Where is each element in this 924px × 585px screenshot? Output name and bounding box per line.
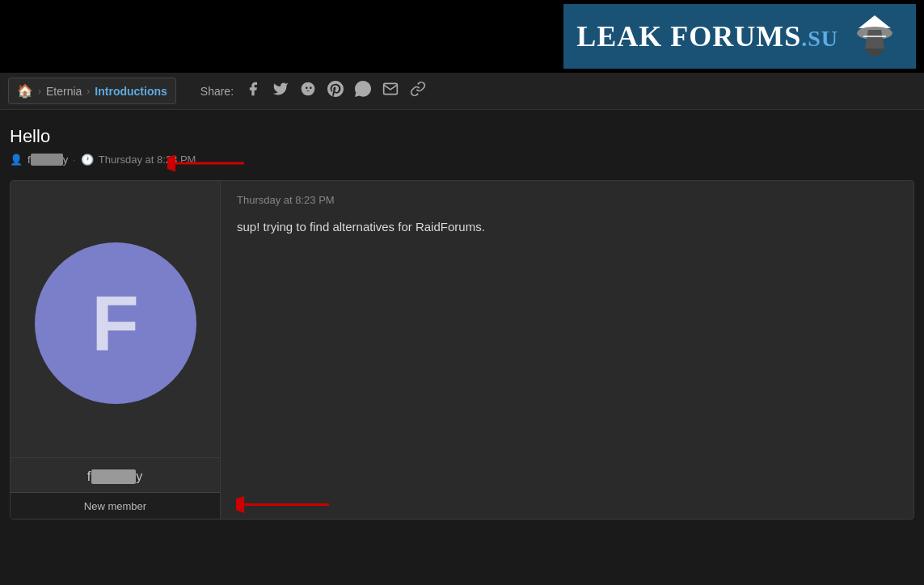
user-meta-icon: 👤: [10, 154, 23, 166]
share-section: Share:: [200, 81, 426, 101]
breadcrumb: 🏠 › Eternia › Introductions: [8, 78, 176, 104]
svg-marker-0: [859, 15, 891, 28]
separator-1: ›: [38, 86, 41, 97]
main-content: Hello 👤 f y · 🕐 Thursday at 8:23 PM: [0, 110, 924, 529]
post-author[interactable]: f y: [27, 154, 68, 166]
clock-icon: 🕐: [81, 154, 94, 166]
reddit-share-icon[interactable]: [300, 81, 316, 101]
author-blurred: [31, 154, 63, 166]
site-icon: [846, 8, 903, 65]
username-blurred: [91, 469, 136, 484]
post-meta: 👤 f y · 🕐 Thursday at 8:23 PM: [10, 154, 914, 166]
share-label: Share:: [200, 85, 234, 98]
breadcrumb-current: Introductions: [95, 85, 167, 98]
link-share-icon[interactable]: [410, 81, 426, 101]
post-timestamp-meta: Thursday at 8:23 PM: [99, 154, 196, 166]
user-avatar[interactable]: F: [35, 242, 196, 404]
post-text: sup! trying to find alternatives for Rai…: [237, 217, 897, 237]
user-role: New member: [84, 500, 146, 512]
user-role-bar: New member: [11, 492, 220, 519]
home-icon[interactable]: 🏠: [17, 83, 33, 99]
post-timestamp: Thursday at 8:23 PM: [237, 194, 897, 206]
svg-point-5: [302, 82, 315, 96]
meta-separator: ·: [73, 154, 76, 166]
user-name-area: f y: [11, 457, 220, 492]
twitter-share-icon[interactable]: [272, 81, 289, 101]
user-name-display: f y: [19, 469, 212, 484]
site-suffix: .SU: [801, 26, 838, 51]
svg-marker-3: [865, 48, 884, 56]
site-logo: LEAK FORUMS.SU: [563, 4, 916, 69]
site-name-text: LEAK FORUMS: [576, 20, 801, 53]
post-content-area: Thursday at 8:23 PM sup! trying to find …: [221, 181, 913, 519]
post-user-sidebar: F f y New member: [11, 181, 221, 519]
facebook-share-icon[interactable]: [245, 81, 261, 101]
post-title: Hello: [10, 126, 914, 147]
breadcrumb-bar: 🏠 › Eternia › Introductions Share:: [0, 73, 924, 110]
pinterest-share-icon[interactable]: [327, 81, 344, 101]
email-share-icon[interactable]: [382, 81, 399, 101]
whatsapp-share-icon[interactable]: [355, 81, 371, 101]
post-box: F f y New member: [10, 180, 914, 520]
svg-marker-2: [865, 30, 884, 48]
site-title: LEAK FORUMS.SU: [576, 19, 838, 53]
header-banner: LEAK FORUMS.SU: [0, 0, 924, 73]
separator-2: ›: [86, 86, 90, 97]
breadcrumb-eternia[interactable]: Eternia: [46, 85, 82, 98]
user-avatar-area: F: [11, 181, 220, 457]
